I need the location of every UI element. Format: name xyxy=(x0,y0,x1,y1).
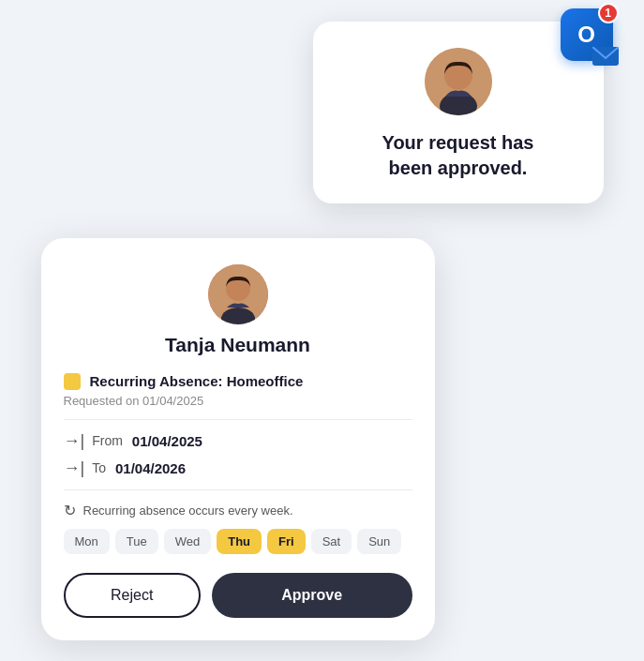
approval-message: Your request has been approved. xyxy=(382,130,534,181)
recurring-row: ↻ Recurring absence occurs every week. xyxy=(64,502,412,519)
outlook-badge: O 1 xyxy=(561,8,617,65)
action-row: Reject Approve xyxy=(64,573,412,618)
main-card-avatar xyxy=(208,264,268,324)
absence-type-icon xyxy=(64,373,81,390)
outlook-envelope-icon xyxy=(592,47,619,66)
from-date: 01/04/2025 xyxy=(132,433,202,449)
recurring-text: Recurring absence occurs every week. xyxy=(83,503,293,518)
day-chip-tue: Tue xyxy=(115,529,158,554)
to-label: To xyxy=(92,460,106,475)
outlook-o-letter: O xyxy=(577,22,595,48)
approval-avatar xyxy=(425,48,492,115)
day-chip-thu: Thu xyxy=(217,529,262,554)
card-avatar-wrap xyxy=(64,264,412,324)
absence-title: Recurring Absence: Homeoffice xyxy=(90,373,304,389)
notification-badge: 1 xyxy=(598,3,619,23)
days-row: MonTueWedThuFriSatSun xyxy=(64,529,412,554)
to-date-row: →| To 01/04/2026 xyxy=(64,458,412,478)
approval-card: O 1 xyxy=(313,22,604,203)
day-chip-sun: Sun xyxy=(357,529,401,554)
from-date-row: →| From 01/04/2025 xyxy=(64,431,412,451)
approve-button[interactable]: Approve xyxy=(212,573,412,618)
day-chip-fri: Fri xyxy=(267,529,306,554)
day-chip-sat: Sat xyxy=(311,529,352,554)
person-name: Tanja Neumann xyxy=(64,334,412,356)
from-label: From xyxy=(92,433,123,448)
divider-mid xyxy=(64,489,412,490)
requested-on: Requested on 01/04/2025 xyxy=(64,394,412,408)
reject-button[interactable]: Reject xyxy=(64,573,201,618)
divider-top xyxy=(64,419,412,420)
recurring-icon: ↻ xyxy=(64,502,76,519)
scene: O 1 xyxy=(41,22,604,640)
day-chip-mon: Mon xyxy=(64,529,110,554)
to-date: 01/04/2026 xyxy=(115,460,186,476)
absence-header: Recurring Absence: Homeoffice xyxy=(64,373,412,390)
to-arrow-icon: →| xyxy=(64,458,85,478)
main-card: Tanja Neumann Recurring Absence: Homeoff… xyxy=(41,238,435,640)
from-arrow-icon: →| xyxy=(64,431,85,451)
day-chip-wed: Wed xyxy=(164,529,212,554)
